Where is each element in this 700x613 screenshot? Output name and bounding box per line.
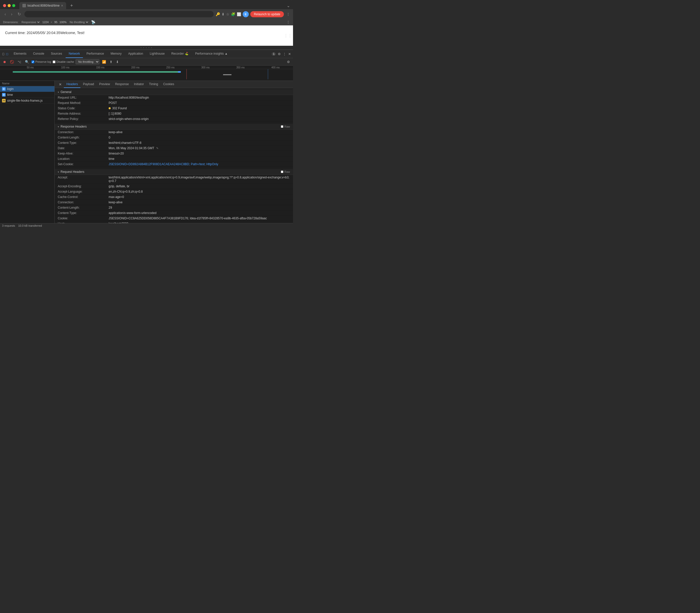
user-avatar[interactable]: E (243, 11, 249, 17)
devtools-panel-icon[interactable]: □ (6, 52, 8, 56)
network-item-name-js: single-file-hooks-frames.js (7, 99, 42, 102)
detail-tab-response[interactable]: Response (112, 81, 131, 88)
tab-favicon (22, 4, 26, 8)
preserve-log-checkbox[interactable] (31, 61, 34, 63)
tab-console[interactable]: Console (30, 50, 47, 58)
tab-application[interactable]: Application (125, 50, 146, 58)
resp-content-type-val: text/html;charset=UTF-8 (109, 141, 290, 145)
resp-date-row: Date: Mon, 06 May 2024 01:04:35 GMT ✎ (55, 146, 293, 151)
devtools-collapse-icon[interactable]: ⟨⟩ (2, 52, 4, 56)
page-text: Current time: 2024/05/05/ 20:04:35Welcom… (5, 31, 85, 35)
relaunch-button[interactable]: Relaunch to update (250, 11, 284, 17)
clear-button[interactable]: 🚫 (9, 60, 15, 64)
detail-tab-preview[interactable]: Preview (97, 81, 113, 88)
devtools-more[interactable]: ⋮ (287, 20, 290, 24)
address-bar[interactable]: localhost:8080/test/time (24, 11, 214, 17)
mark-350ms: 350 ms (223, 66, 258, 69)
detail-tab-payload[interactable]: Payload (80, 81, 97, 88)
req-connection-val: keep-alive (109, 200, 290, 204)
resize-handle[interactable]: ⋮⋮ (284, 33, 292, 38)
network-item-js[interactable]: JS single-file-hooks-frames.js (0, 98, 54, 104)
status-bar: 3 requests 10.0 kB transferred (0, 223, 293, 228)
date-edit-icon[interactable]: ✎ (156, 147, 158, 150)
network-item-name-login: login (7, 87, 13, 91)
filter-button[interactable]: ⌥ (16, 60, 22, 64)
req-cookie-val: JSESSIONID=CC8A625DD058D885CA4F7A381B9FD… (109, 217, 290, 220)
wifi-icon[interactable]: 📶 (101, 60, 107, 64)
download2-icon[interactable]: ⬇ (115, 60, 120, 64)
tab-performance[interactable]: Performance (84, 50, 107, 58)
disable-cache-checkbox[interactable] (53, 61, 55, 63)
response-raw-checkbox[interactable] (281, 125, 283, 128)
search-button[interactable]: 🔍 (24, 60, 30, 64)
record-button[interactable]: ⏺ (2, 60, 8, 64)
js-icon: JS (2, 99, 5, 102)
devtools-settings-icon[interactable]: ⚙ (278, 52, 281, 56)
devtools-resize-handle[interactable]: • • • • • (0, 46, 293, 50)
settings-icon[interactable]: ⚙ (286, 60, 291, 64)
new-tab-button[interactable]: + (68, 3, 75, 9)
request-url-val: http://localhost:8080/test/login (109, 96, 290, 99)
response-raw-label[interactable]: Raw (281, 125, 290, 128)
tab-bar-menu[interactable]: ⌄ (287, 3, 290, 8)
request-raw-checkbox[interactable] (281, 171, 283, 173)
tab-sources[interactable]: Sources (48, 50, 65, 58)
download-icon[interactable]: ⬇ (221, 12, 225, 16)
general-section-header[interactable]: General (55, 89, 293, 95)
mark-100ms: 100 ms (48, 66, 83, 69)
network-item-login[interactable]: D login (0, 86, 54, 92)
response-headers-section: Response Headers Raw Connection: keep-al… (55, 123, 293, 168)
extension-icon[interactable]: 🧩 (231, 12, 235, 16)
dimensions-select[interactable]: Responsive (21, 20, 40, 24)
sensor-icon[interactable]: 📡 (91, 20, 96, 24)
tab-network[interactable]: Network (66, 50, 83, 58)
detail-close-button[interactable]: ✕ (57, 81, 64, 88)
req-content-type-row: Content-Type: application/x-www-form-url… (55, 210, 293, 216)
minimize-button[interactable] (8, 4, 11, 7)
tab-performance-insights[interactable]: Performance insights ▲ (192, 50, 231, 58)
traffic-lights (3, 4, 15, 7)
mark-200ms: 200 ms (118, 66, 153, 69)
cast-icon[interactable]: ⬜ (237, 12, 241, 16)
browser-tab[interactable]: localhost:8080/test/time × (19, 2, 66, 9)
request-headers-section: Request Headers Raw Accept: text/html,ap… (55, 168, 293, 223)
tab-lighthouse[interactable]: Lighthouse (147, 50, 168, 58)
detail-tab-headers[interactable]: Headers (64, 81, 80, 88)
disable-cache-label[interactable]: Disable cache (53, 60, 74, 63)
bookmark-icon[interactable]: ☆ (226, 12, 229, 16)
tab-close-button[interactable]: × (61, 3, 63, 8)
response-headers-section-header[interactable]: Response Headers Raw (55, 124, 293, 130)
tab-recorder[interactable]: Recorder ⛳ (168, 50, 192, 58)
resp-connection-row: Connection: keep-alive (55, 130, 293, 135)
detail-tab-cookies[interactable]: Cookies (161, 81, 177, 88)
req-content-length-key: Content-Length: (58, 206, 109, 209)
devtools-tab-bar: ⟨⟩ □ Elements Console Sources Network Pe… (0, 50, 293, 58)
network-list-header: Name (0, 81, 54, 86)
disable-cache-text: Disable cache (56, 60, 74, 63)
devtools-close-icon[interactable]: ✕ (288, 52, 291, 56)
request-raw-label[interactable]: Raw (281, 170, 290, 173)
maximize-button[interactable] (12, 4, 15, 7)
preserve-log-label[interactable]: Preserve log (31, 60, 51, 63)
close-button[interactable] (3, 4, 6, 7)
tab-memory[interactable]: Memory (107, 50, 125, 58)
detail-tab-timing[interactable]: Timing (147, 81, 161, 88)
network-item-time[interactable]: D time (0, 92, 54, 98)
nav-more-button[interactable]: ⋮ (287, 12, 290, 16)
resp-content-type-row: Content-Type: text/html;charset=UTF-8 (55, 140, 293, 146)
responsive-toolbar: Dimensions: Responsive 1224 × 95 100% No… (0, 19, 293, 25)
forward-button[interactable]: › (9, 11, 14, 17)
request-headers-section-header[interactable]: Request Headers Raw (55, 169, 293, 175)
devtools-more-icon[interactable]: ⋮ (283, 52, 286, 56)
detail-tab-initiator[interactable]: Initiator (131, 81, 146, 88)
throttle-select[interactable]: No throttling (76, 59, 100, 64)
req-content-length-row: Content-Length: 29 (55, 205, 293, 210)
throttle-select-top[interactable]: No throttling (69, 20, 89, 24)
resp-keep-alive-val: timeout=20 (109, 152, 290, 155)
tab-elements[interactable]: Elements (11, 50, 29, 58)
reload-button[interactable]: ↻ (16, 11, 22, 17)
back-button[interactable]: ‹ (3, 11, 8, 17)
upload-icon[interactable]: ⬆ (109, 60, 113, 64)
tab-title: localhost:8080/test/time (27, 4, 60, 8)
resp-keep-alive-row: Keep-Alive: timeout=20 (55, 151, 293, 156)
